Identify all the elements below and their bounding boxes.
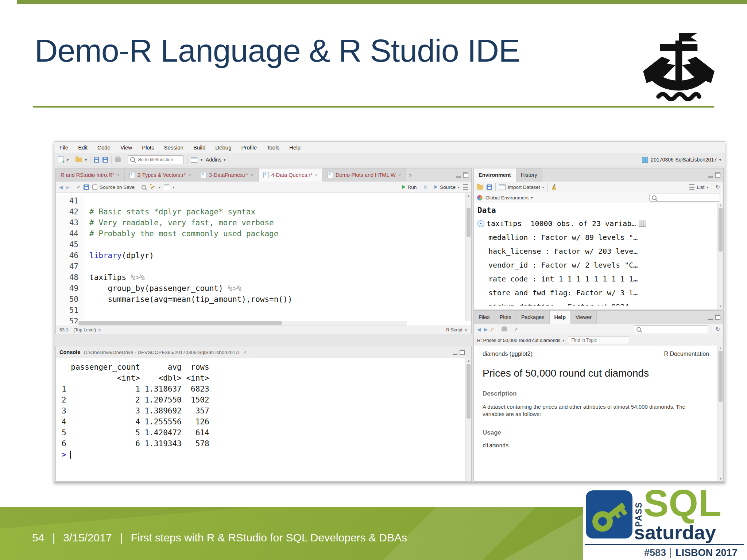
maximize-icon[interactable] — [460, 350, 465, 355]
chevron-down-icon[interactable]: ▾ — [173, 185, 174, 189]
scroll-up-icon[interactable]: ▲ — [466, 359, 471, 362]
code-editor[interactable]: 4142# Basic stats *dplyr package* syntax… — [56, 193, 466, 323]
menu-item-file[interactable]: File — [59, 144, 68, 151]
source-tab-2[interactable]: 3-DataFrames.r*× — [196, 168, 259, 182]
source-tab-4[interactable]: Demo-Plots and HTML W× — [323, 168, 406, 182]
menu-item-session[interactable]: Session — [164, 144, 183, 151]
refresh-icon[interactable]: ↻ — [715, 184, 720, 190]
maximize-icon[interactable] — [715, 172, 720, 178]
print-icon[interactable] — [115, 158, 121, 162]
scroll-up-icon[interactable]: ▲ — [718, 203, 723, 207]
menu-item-view[interactable]: View — [120, 144, 132, 151]
goto-file-input[interactable] — [137, 156, 182, 164]
tab-files[interactable]: Files — [474, 311, 495, 324]
minimize-icon[interactable] — [708, 315, 713, 320]
print-icon[interactable] — [502, 327, 507, 331]
addins-button[interactable]: Addins ▾ — [206, 157, 225, 163]
grid-tool-icon[interactable] — [191, 157, 197, 163]
environment-search-box[interactable] — [649, 194, 720, 202]
console-vertical-scrollbar[interactable]: ▲ — [465, 358, 471, 481]
scroll-thumb[interactable] — [467, 364, 471, 419]
rerun-icon[interactable]: ↻ — [423, 184, 427, 190]
scroll-up-icon[interactable]: ▲ — [466, 194, 471, 198]
find-in-topic-input[interactable] — [568, 336, 629, 344]
chevron-down-icon[interactable]: ▾ — [201, 158, 202, 162]
scroll-up-icon[interactable]: ▲ — [718, 346, 723, 350]
scope-selector[interactable]: (Top Level) ⇅ — [73, 327, 101, 332]
run-button[interactable]: Run — [402, 184, 417, 190]
menu-item-tools[interactable]: Tools — [267, 144, 279, 151]
close-icon[interactable]: × — [188, 172, 191, 178]
new-file-icon[interactable] — [58, 156, 63, 163]
forward-icon[interactable]: ▶ — [484, 327, 488, 332]
console-prompt-row[interactable]: > — [62, 449, 466, 460]
menu-item-build[interactable]: Build — [193, 144, 205, 151]
source-horizontal-scrollbar[interactable] — [78, 321, 407, 326]
menu-item-debug[interactable]: Debug — [215, 144, 231, 151]
view-data-grid-icon[interactable] — [639, 221, 646, 227]
tab-viewer[interactable]: Viewer — [571, 311, 597, 324]
save-icon[interactable] — [84, 184, 89, 190]
scroll-thumb[interactable] — [467, 208, 471, 237]
source-on-save-toggle[interactable]: Source on Save — [92, 184, 135, 190]
expand-icon[interactable]: ▸ — [477, 220, 484, 227]
environment-field-row[interactable]: vendor_id : Factor w/ 2 levels "C… — [477, 258, 718, 272]
source-button[interactable]: Source ▾ — [434, 184, 460, 190]
help-vertical-scrollbar[interactable]: ▲ ▼ — [717, 346, 723, 481]
save-workspace-icon[interactable] — [487, 184, 492, 190]
environment-field-row[interactable]: medallion : Factor w/ 89 levels "… — [477, 230, 718, 244]
menu-item-help[interactable]: Help — [289, 144, 301, 151]
environment-object-row[interactable]: ▸taxiTips 10000 obs. of 23 variab… — [477, 217, 718, 230]
tab-help[interactable]: Help — [550, 311, 571, 324]
tab-environment[interactable]: Environment — [474, 168, 516, 182]
find-icon[interactable] — [142, 185, 146, 190]
menu-item-profile[interactable]: Profile — [241, 144, 257, 151]
code-tools-wand-icon[interactable] — [150, 184, 155, 190]
environment-field-row[interactable]: rate_code : int 1 1 1 1 1 1 1 1 1… — [477, 272, 718, 286]
help-topic-selector[interactable]: R: Prices of 50,000 round cut diamonds ▾ — [477, 338, 564, 343]
popout-icon[interactable]: ⇗ — [243, 350, 247, 355]
source-tab-1[interactable]: 2-Types & Vectors.r*× — [125, 168, 196, 182]
source-tab-0[interactable]: R and RStudio Intro.R*× — [56, 168, 125, 182]
environment-field-row[interactable]: hack_license : Factor w/ 203 leve… — [477, 244, 718, 258]
close-icon[interactable]: × — [398, 172, 401, 178]
tab-plots[interactable]: Plots — [495, 311, 516, 324]
close-icon[interactable]: × — [315, 172, 318, 178]
popout-icon[interactable]: ⇗ — [514, 327, 518, 332]
minimize-icon[interactable] — [708, 173, 713, 178]
tab-history[interactable]: History — [516, 168, 542, 182]
chevron-down-icon[interactable]: ▾ — [67, 158, 69, 162]
outline-icon[interactable] — [463, 184, 468, 190]
help-search-box[interactable] — [634, 325, 708, 333]
file-type-selector[interactable]: R Script ⇅ — [446, 327, 468, 332]
chevron-down-icon[interactable]: ▾ — [85, 158, 87, 162]
scroll-down-icon[interactable]: ▼ — [718, 477, 723, 481]
scroll-down-icon[interactable]: ▼ — [718, 304, 723, 308]
environment-vertical-scrollbar[interactable]: ▲ ▼ — [717, 203, 723, 309]
environment-field-row[interactable]: store_and_fwd_flag: Factor w/ 3 l… — [477, 286, 718, 300]
console-output[interactable]: passenger_count avg rows <int> <dbl> <in… — [56, 358, 466, 481]
menu-item-code[interactable]: Code — [97, 144, 111, 151]
back-icon[interactable]: ◀ — [477, 327, 481, 332]
goto-file-box[interactable] — [128, 155, 184, 164]
home-icon[interactable]: ⌂ — [491, 326, 495, 332]
import-dataset-button[interactable]: Import Dataset ▾ — [499, 184, 544, 190]
clear-objects-broom-icon[interactable] — [551, 184, 557, 190]
close-icon[interactable]: × — [251, 172, 253, 178]
refresh-icon[interactable]: ↻ — [715, 326, 720, 332]
menu-item-plots[interactable]: Plots — [142, 144, 154, 151]
load-workspace-icon[interactable] — [477, 185, 483, 190]
close-icon[interactable]: × — [117, 172, 120, 178]
popout-icon[interactable]: ⇗ — [77, 184, 80, 190]
maximize-icon[interactable] — [463, 172, 468, 178]
source-on-save-checkbox[interactable] — [92, 184, 97, 190]
scroll-thumb[interactable] — [719, 208, 723, 252]
open-file-icon[interactable] — [76, 158, 82, 162]
minimize-icon[interactable] — [453, 350, 457, 355]
minimize-icon[interactable] — [456, 173, 461, 178]
forward-icon[interactable]: ▶ — [66, 184, 70, 190]
save-all-icon[interactable] — [102, 157, 108, 163]
source-vertical-scrollbar[interactable]: ▲ — [465, 193, 471, 321]
environment-scope-selector[interactable]: Global Environment ▾ — [485, 195, 533, 201]
project-selector[interactable]: 20170306-SqlSatLisbon2017 ▾ — [642, 157, 721, 163]
